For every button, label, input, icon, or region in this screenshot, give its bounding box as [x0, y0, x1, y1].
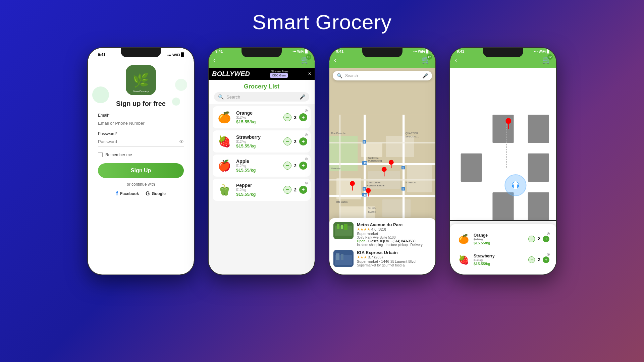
map-signal-icon: ▪▪▪: [413, 50, 417, 53]
remember-me-checkbox[interactable]: [98, 153, 103, 157]
status-icons-1: ▪▪▪ WiFi ▉: [167, 53, 184, 57]
svg-point-43: [382, 167, 387, 172]
mini-item-0-plus-btn[interactable]: +: [543, 236, 549, 242]
ad-gem-badge: CBC Gem: [270, 73, 288, 78]
grocery-screen-content: 9:41 ▪▪▪ WiFi ▉ ‹ 🛒 12: [209, 48, 315, 275]
item-3-plus-btn[interactable]: +: [299, 186, 307, 194]
map-mic-icon[interactable]: 🎤: [422, 73, 428, 78]
mini-cart-item-1: ⊗ 🍓 Strawberry $12/kg $15.55/kg − 2 +: [453, 250, 553, 269]
svg-rect-63: [461, 154, 482, 182]
phone-notch-4: [483, 48, 523, 57]
item-1-minus-btn[interactable]: −: [283, 137, 291, 145]
item-0-name: Orange: [236, 110, 280, 116]
map-back-btn[interactable]: ‹: [334, 57, 336, 64]
svg-text:H: H: [402, 187, 404, 190]
store-0-stars: ★★★★: [357, 227, 370, 231]
store-0-address: 3575 Park Ave Suite 5100: [357, 236, 431, 239]
store-0-phone: (514) 843-3530: [392, 239, 415, 243]
map-view[interactable]: 🔍 Search 🎤: [329, 68, 435, 275]
mini-item-0-name: Orange: [474, 233, 525, 238]
store-1-type: Supermarket · 1446 St Laurent Blvd: [357, 259, 431, 263]
grocery-status-time: 9:41: [215, 49, 223, 53]
item-2-quantity: − 2 +: [283, 162, 307, 170]
mini-item-0-minus-btn[interactable]: −: [528, 236, 535, 242]
svg-text:Anglican Cathedral: Anglican Cathedral: [367, 184, 384, 187]
password-input[interactable]: [98, 137, 184, 146]
ad-close-btn[interactable]: ✕: [308, 71, 311, 76]
grocery-mic-icon[interactable]: 🎤: [300, 94, 305, 100]
google-icon: G: [146, 191, 150, 197]
item-0-minus-btn[interactable]: −: [283, 113, 291, 121]
indoor-back-btn[interactable]: ‹: [455, 57, 457, 64]
item-0-image: 🍊: [216, 109, 233, 126]
item-3-image: 🫑: [216, 181, 233, 198]
svg-rect-64: [528, 154, 549, 182]
mini-item-1-plus-btn[interactable]: +: [543, 256, 549, 263]
facebook-login-btn[interactable]: f Facebook: [116, 190, 139, 197]
item-3-orig-price: $12/kg: [236, 188, 280, 192]
facebook-icon: f: [116, 190, 118, 197]
ad-title: BOLLYWED: [212, 70, 250, 77]
store-item-1: IGA Express Urbain ★★★ 3.7 (235) Superma…: [333, 250, 431, 267]
item-1-plus-btn[interactable]: +: [299, 137, 307, 145]
svg-point-47: [350, 181, 355, 186]
svg-rect-4: [329, 136, 358, 171]
battery-icon: ▉: [181, 53, 184, 57]
item-0-close-btn[interactable]: ⊗: [305, 108, 308, 113]
mini-item-1-close[interactable]: ⊗: [547, 252, 550, 257]
sign-up-button[interactable]: Sign Up: [98, 163, 184, 178]
item-0-plus-btn[interactable]: +: [299, 113, 307, 121]
remember-me-label: Remember me: [105, 153, 132, 157]
grocery-item-3: ⊗ 🫑 Pepper $12/kg $15.55/kg − 2 +: [213, 179, 311, 201]
mini-item-0-close[interactable]: ⊗: [547, 231, 550, 236]
screen-grocery: 9:41 ▪▪▪ WiFi ▉ ‹ 🛒 12: [209, 48, 315, 275]
item-1-close-btn[interactable]: ⊗: [305, 132, 308, 137]
mini-cart-item-0: ⊗ 🍊 Orange $12/kg $15.55/kg − 2 +: [453, 230, 553, 248]
item-2-close-btn[interactable]: ⊗: [305, 157, 308, 161]
or-continue-text: or continue with: [127, 182, 155, 187]
mini-item-0-quantity: − 2 +: [528, 236, 549, 242]
grocery-cart-icon-wrapper: 🛒 12: [301, 56, 310, 64]
item-2-minus-btn[interactable]: −: [283, 162, 291, 170]
email-input[interactable]: [98, 119, 184, 128]
indoor-status-icons: ▪▪▪ WiFi ▉: [534, 50, 549, 53]
map-screen-content: 9:41 ▪▪▪ WiFi ▉ ‹ 🛒 12: [329, 48, 435, 275]
grocery-search-area: 🔍 Search 🎤: [209, 92, 315, 104]
mini-item-1-name: Strawberry: [474, 254, 525, 258]
store-0-services: In-store shopping · In-store pickup · De…: [357, 243, 431, 247]
item-1-price: $15.55/kg: [236, 143, 280, 148]
screen-indoor: 9:41 ▪▪▪ WiFi ▉ ‹ 🛒 12: [450, 48, 556, 275]
mini-item-0-price: $15.55/kg: [474, 241, 525, 245]
item-3-minus-btn[interactable]: −: [283, 186, 291, 194]
svg-rect-58: [336, 253, 339, 260]
indoor-wifi-icon: WiFi: [539, 50, 546, 53]
google-login-btn[interactable]: G Google: [146, 190, 166, 197]
item-0-info: Orange $12/kg $15.55/kg: [236, 110, 280, 124]
mini-item-1-minus-btn[interactable]: −: [528, 256, 535, 263]
svg-text:Rue Durocher: Rue Durocher: [331, 132, 346, 135]
svg-rect-61: [492, 115, 514, 143]
grocery-list-title: Grocery List: [209, 80, 315, 92]
grocery-search-box[interactable]: 🔍 Search 🎤: [214, 92, 309, 102]
svg-rect-11: [382, 199, 411, 217]
indoor-battery-icon: ▉: [547, 50, 549, 53]
password-form-group: Password* 👁: [98, 131, 184, 146]
map-search-overlay[interactable]: 🔍 Search 🎤: [333, 71, 432, 80]
grocery-back-btn[interactable]: ‹: [213, 57, 215, 64]
svg-point-49: [366, 188, 371, 193]
phone-notch-1: [121, 48, 161, 57]
svg-text:St. Patrick's: St. Patrick's: [405, 181, 416, 184]
store-1-thumbnail: [333, 250, 354, 267]
map-status-icons: ▪▪▪ WiFi ▉: [413, 50, 429, 53]
svg-point-2: [172, 98, 180, 106]
grocery-wifi-icon: WiFi: [297, 50, 304, 53]
store-0-closes: Closes 10p.m.: [368, 239, 390, 243]
item-2-name: Apple: [236, 159, 280, 164]
map-battery-icon: ▉: [426, 50, 429, 53]
item-0-price: $15.55/kg: [236, 119, 280, 124]
item-2-orig-price: $12/kg: [236, 164, 280, 168]
item-2-plus-btn[interactable]: +: [299, 162, 307, 170]
password-wrapper: 👁: [98, 137, 184, 146]
eye-icon[interactable]: 👁: [179, 139, 184, 144]
item-3-close-btn[interactable]: ⊗: [305, 181, 308, 185]
